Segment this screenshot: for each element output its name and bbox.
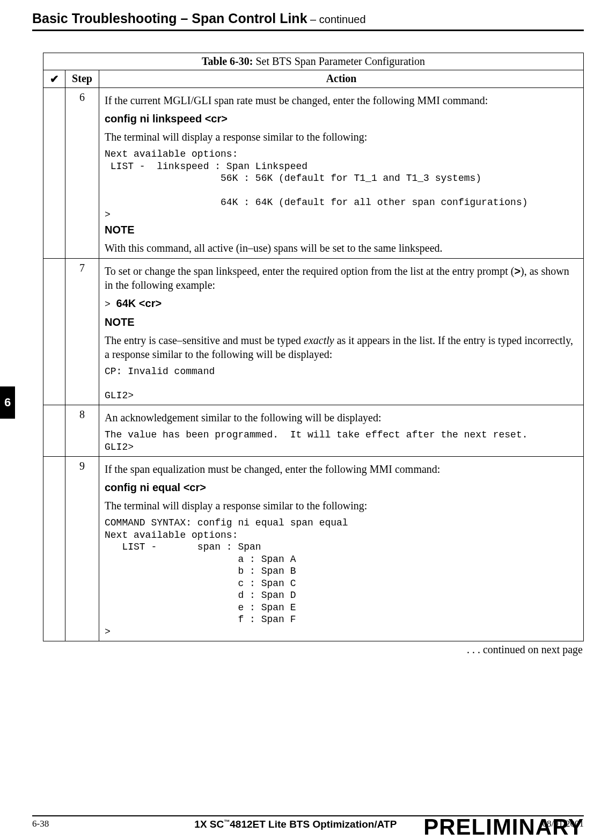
table-header-row: ✔ Step Action <box>43 70 584 88</box>
action-cell: To set or change the span linkspeed, ent… <box>99 259 584 405</box>
step-number: 7 <box>65 259 99 405</box>
procedure-table: Table 6-30: Set BTS Span Parameter Confi… <box>43 53 584 641</box>
body-text: To set or change the span linkspeed, ent… <box>105 264 578 292</box>
chapter-side-tab: 6 <box>0 386 15 419</box>
check-cell <box>43 259 65 405</box>
terminal-output: COMMAND SYNTAX: config ni equal span equ… <box>105 517 578 638</box>
prompt-symbol: > <box>105 299 116 310</box>
action-cell: An acknowledgement similar to the follow… <box>99 405 584 457</box>
terminal-output: The value has been programmed. It will t… <box>105 429 578 453</box>
terminal-output: Next available options: LIST - linkspeed… <box>105 148 578 221</box>
prompt-char: > <box>514 265 520 277</box>
note-text: The entry is case–sensitive and must be … <box>105 333 578 361</box>
table-title-row: Table 6-30: Set BTS Span Parameter Confi… <box>43 53 584 70</box>
body-text: If the span equalization must be changed… <box>105 462 578 476</box>
continued-note: . . . continued on next page <box>43 644 583 656</box>
check-cell <box>43 88 65 259</box>
page: 6 Basic Troubleshooting – Span Control L… <box>0 0 616 840</box>
body-text: If the current MGLI/GLI span rate must b… <box>105 93 578 107</box>
column-header-step: Step <box>65 70 99 88</box>
body-text: An acknowledgement similar to the follow… <box>105 411 578 425</box>
column-header-action: Action <box>99 70 584 88</box>
command-line: > 64K <cr> <box>105 296 578 311</box>
table-number: Table 6-30: <box>202 55 253 67</box>
heading-continued: – continued <box>307 13 366 25</box>
table-row: 9 If the span equalization must be chang… <box>43 457 584 641</box>
table-title: Set BTS Span Parameter Configuration <box>253 55 425 67</box>
mmi-command: config ni linkspeed <cr> <box>105 112 578 126</box>
step-number: 8 <box>65 405 99 457</box>
step-number: 6 <box>65 88 99 259</box>
footer-center-title: 1X SC™4812ET Lite BTS Optimization/ATP <box>194 819 397 830</box>
page-number: 6-38 <box>32 819 49 829</box>
action-cell: If the span equalization must be changed… <box>99 457 584 641</box>
note-label: NOTE <box>105 316 135 328</box>
trademark-icon: ™ <box>224 819 230 825</box>
table-row: 7 To set or change the span linkspeed, e… <box>43 259 584 405</box>
heading-bold: Basic Troubleshooting – Span Control Lin… <box>32 11 307 26</box>
table-row: 6 If the current MGLI/GLI span rate must… <box>43 88 584 259</box>
table-row: 8 An acknowledgement similar to the foll… <box>43 405 584 457</box>
terminal-output: CP: Invalid command GLI2> <box>105 366 578 402</box>
check-cell <box>43 457 65 641</box>
body-text: The terminal will display a response sim… <box>105 130 578 144</box>
emphasis: exactly <box>304 334 334 346</box>
preliminary-watermark: PRELIMINARY <box>423 814 584 840</box>
step-number: 9 <box>65 457 99 641</box>
mmi-command: 64K <cr> <box>116 297 162 309</box>
mmi-command: config ni equal <cr> <box>105 480 578 494</box>
body-text: The terminal will display a response sim… <box>105 499 578 513</box>
note-text: With this command, all active (in–use) s… <box>105 241 578 255</box>
note-label: NOTE <box>105 224 135 236</box>
page-heading: Basic Troubleshooting – Span Control Lin… <box>32 11 584 31</box>
action-cell: If the current MGLI/GLI span rate must b… <box>99 88 584 259</box>
column-header-check: ✔ <box>43 70 65 88</box>
check-cell <box>43 405 65 457</box>
